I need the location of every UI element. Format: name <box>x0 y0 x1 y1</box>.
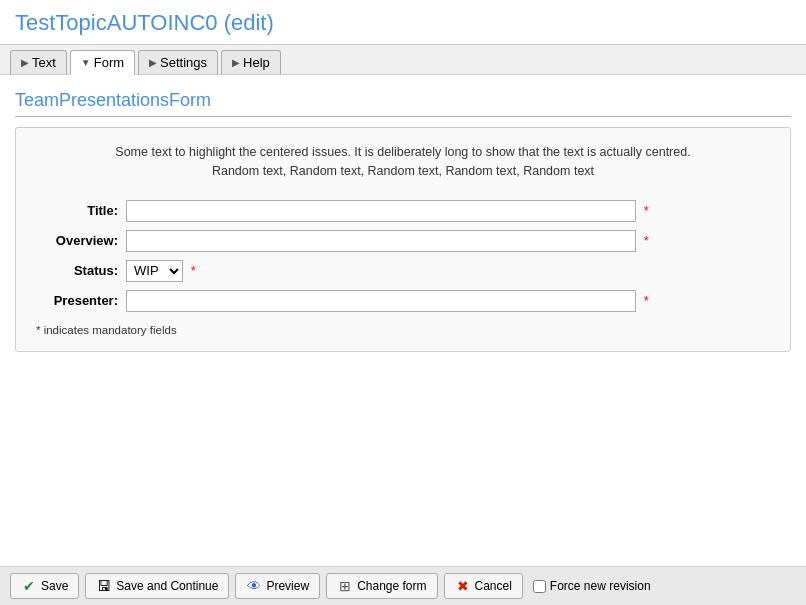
form-fields: Title: * Overview: * Status: W <box>36 196 770 316</box>
tab-help-label: Help <box>243 55 270 70</box>
field-title: * <box>126 196 770 226</box>
cancel-icon: ✖ <box>455 578 471 594</box>
tab-text-arrow: ▶ <box>21 57 29 68</box>
cancel-label: Cancel <box>475 579 512 593</box>
input-title[interactable] <box>126 200 636 222</box>
force-revision-checkbox[interactable] <box>533 580 546 593</box>
required-star-status: * <box>191 263 196 278</box>
input-overview[interactable] <box>126 230 636 252</box>
mandatory-note: * indicates mandatory fields <box>36 324 770 336</box>
input-presenter[interactable] <box>126 290 636 312</box>
select-status[interactable]: WIP Draft Final <box>126 260 183 282</box>
force-revision-label[interactable]: Force new revision <box>533 579 651 593</box>
field-row-status: Status: WIP Draft Final * <box>36 256 770 286</box>
page-header: TestTopicAUTOINC0 (edit) <box>0 0 806 45</box>
tab-text-label: Text <box>32 55 56 70</box>
tab-settings[interactable]: ▶ Settings <box>138 50 218 74</box>
cancel-button[interactable]: ✖ Cancel <box>444 573 523 599</box>
label-title: Title: <box>36 196 126 226</box>
save-continue-button[interactable]: 🖫 Save and Continue <box>85 573 229 599</box>
page-title: TestTopicAUTOINC0 (edit) <box>15 10 791 36</box>
tab-help-arrow: ▶ <box>232 57 240 68</box>
change-form-icon: ⊞ <box>337 578 353 594</box>
field-row-presenter: Presenter: * <box>36 286 770 316</box>
tab-settings-arrow: ▶ <box>149 57 157 68</box>
required-star-title: * <box>644 203 649 218</box>
force-revision-text: Force new revision <box>550 579 651 593</box>
save-button[interactable]: ✔ Save <box>10 573 79 599</box>
field-overview: * <box>126 226 770 256</box>
required-star-overview: * <box>644 233 649 248</box>
highlight-line2: Random text, Random text, Random text, R… <box>36 162 770 181</box>
highlight-line1: Some text to highlight the centered issu… <box>36 143 770 162</box>
tab-help[interactable]: ▶ Help <box>221 50 281 74</box>
tab-form-label: Form <box>94 55 124 70</box>
tab-form[interactable]: ▼ Form <box>70 50 135 75</box>
preview-label: Preview <box>266 579 309 593</box>
save-label: Save <box>41 579 68 593</box>
label-presenter: Presenter: <box>36 286 126 316</box>
preview-button[interactable]: 👁 Preview <box>235 573 320 599</box>
tab-settings-label: Settings <box>160 55 207 70</box>
tab-text[interactable]: ▶ Text <box>10 50 67 74</box>
save-icon: ✔ <box>21 578 37 594</box>
main-content: TeamPresentationsForm Some text to highl… <box>0 75 806 566</box>
tab-form-arrow: ▼ <box>81 57 91 68</box>
required-star-presenter: * <box>644 293 649 308</box>
change-form-label: Change form <box>357 579 426 593</box>
save-continue-icon: 🖫 <box>96 578 112 594</box>
highlight-text: Some text to highlight the centered issu… <box>36 143 770 181</box>
label-overview: Overview: <box>36 226 126 256</box>
form-container: Some text to highlight the centered issu… <box>15 127 791 352</box>
field-presenter: * <box>126 286 770 316</box>
preview-icon: 👁 <box>246 578 262 594</box>
field-row-overview: Overview: * <box>36 226 770 256</box>
change-form-button[interactable]: ⊞ Change form <box>326 573 437 599</box>
tabs-bar: ▶ Text ▼ Form ▶ Settings ▶ Help <box>0 45 806 75</box>
field-row-title: Title: * <box>36 196 770 226</box>
save-continue-label: Save and Continue <box>116 579 218 593</box>
label-status: Status: <box>36 256 126 286</box>
bottom-toolbar: ✔ Save 🖫 Save and Continue 👁 Preview ⊞ C… <box>0 566 806 605</box>
form-section-title: TeamPresentationsForm <box>15 90 791 117</box>
field-status: WIP Draft Final * <box>126 256 770 286</box>
